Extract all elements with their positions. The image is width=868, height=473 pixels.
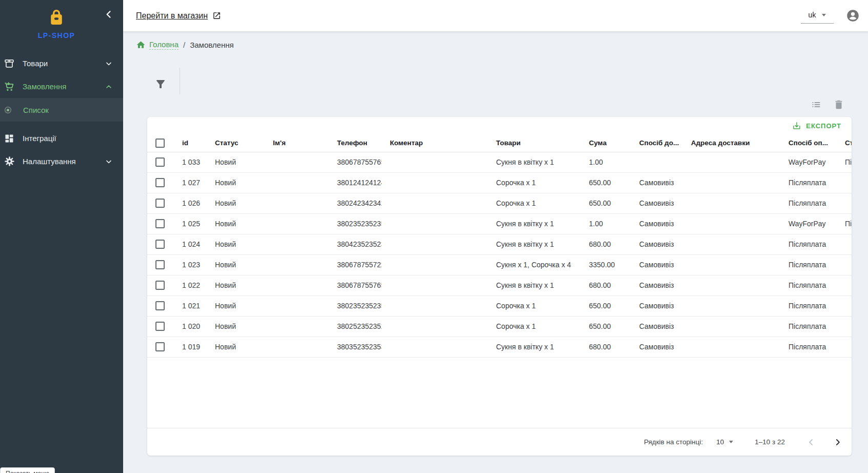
chevron-down-icon	[105, 60, 113, 68]
header-sum[interactable]: Сума	[581, 134, 631, 152]
cell-address	[683, 295, 780, 316]
header-delivery[interactable]: Спосіб до...	[631, 134, 683, 152]
header-comment[interactable]: Коментар	[382, 134, 488, 152]
table-row[interactable]: 1 024 Новий 380423523523 Сукня в квітку …	[147, 234, 852, 254]
cell-delivery: Самовивіз	[631, 295, 683, 316]
cell-status: Новий	[207, 275, 265, 295]
cell-payment: Післяплата	[780, 254, 837, 275]
header-payment[interactable]: Спосіб оп...	[780, 134, 837, 152]
cell-goods: Сорочка x 1	[488, 172, 581, 193]
cell-payment-status	[837, 316, 852, 337]
cell-payment-status	[837, 193, 852, 213]
cell-comment	[382, 295, 488, 316]
cell-id: 1 021	[174, 295, 207, 316]
cell-goods: Сорочка x 1	[488, 295, 581, 316]
table-row[interactable]: 1 020 Новий 380252352352 Сорочка x 1 650…	[147, 316, 852, 337]
cell-payment-status	[837, 337, 852, 357]
cell-goods: Сукня в квітку x 1	[488, 152, 581, 172]
cell-address	[683, 152, 780, 172]
sidebar-item-products[interactable]: Товари	[0, 52, 123, 75]
cell-id: 1 026	[174, 193, 207, 213]
integrations-grid-icon	[3, 132, 15, 145]
select-all-checkbox[interactable]	[155, 139, 165, 148]
table-row[interactable]: 1 025 Новий 380235235235 Сукня в квітку …	[147, 213, 852, 234]
next-page-button[interactable]	[831, 436, 844, 449]
row-checkbox[interactable]	[155, 199, 165, 208]
row-checkbox[interactable]	[155, 281, 165, 290]
table-row[interactable]: 1 019 Новий 380352352353 Сукня в квітку …	[147, 337, 852, 357]
cell-payment-status	[837, 234, 852, 254]
delete-button[interactable]	[833, 99, 844, 110]
cell-status: Новий	[207, 254, 265, 275]
cell-delivery: Самовивіз	[631, 213, 683, 234]
filter-button[interactable]	[154, 78, 168, 91]
table-row[interactable]: 1 021 Новий 380235235235 Сорочка x 1 650…	[147, 295, 852, 316]
cell-payment-status	[837, 295, 852, 316]
row-checkbox[interactable]	[155, 157, 165, 167]
cell-comment	[382, 337, 488, 357]
language-select[interactable]: uk	[801, 8, 834, 24]
export-row: ЕКСПОРТ	[147, 117, 852, 134]
row-checkbox[interactable]	[155, 342, 165, 351]
header-payment-status[interactable]: Ст	[837, 134, 852, 152]
row-checkbox[interactable]	[155, 260, 165, 269]
header-status[interactable]: Статус	[207, 134, 265, 152]
row-checkbox[interactable]	[155, 301, 165, 310]
columns-list-button[interactable]	[811, 99, 822, 110]
cell-sum: 3350.00	[581, 254, 631, 275]
breadcrumb-current: Замовлення	[190, 41, 233, 49]
breadcrumb-home-label: Головна	[149, 40, 179, 50]
cell-comment	[382, 316, 488, 337]
cell-phone: 380678755765	[329, 152, 382, 172]
row-checkbox[interactable]	[155, 240, 165, 249]
external-link-icon	[212, 11, 221, 20]
sidebar-item-integrations[interactable]: Інтеграції	[0, 127, 123, 150]
sidebar: LP-SHOP Товари	[0, 0, 123, 473]
select-caret-icon	[822, 14, 826, 16]
cell-id: 1 020	[174, 316, 207, 337]
cell-status: Новий	[207, 295, 265, 316]
export-label: ЕКСПОРТ	[806, 122, 841, 130]
header-goods[interactable]: Товари	[488, 134, 581, 152]
rows-per-page-select[interactable]: 10	[716, 438, 733, 446]
breadcrumb-home-link[interactable]: Головна	[136, 40, 179, 50]
user-menu-button[interactable]	[846, 9, 860, 23]
cell-name	[265, 316, 329, 337]
cell-payment-status: Пі	[837, 213, 852, 234]
export-button[interactable]: ЕКСПОРТ	[792, 121, 841, 130]
cell-phone: 380352352353	[329, 337, 382, 357]
header-address[interactable]: Адреса доставки	[683, 134, 780, 152]
app-logo: LP-SHOP	[0, 8, 113, 40]
cell-name	[265, 295, 329, 316]
cell-id: 1 019	[174, 337, 207, 357]
sidebar-item-label: Інтеграції	[23, 134, 56, 143]
cell-address	[683, 213, 780, 234]
cell-address	[683, 172, 780, 193]
table-row[interactable]: 1 027 Новий 380124124124 Сорочка x 1 650…	[147, 172, 852, 193]
pagination-range: 1–10 з 22	[755, 438, 785, 446]
table-row[interactable]: 1 022 Новий 380678755765 Сукня в квітку …	[147, 275, 852, 295]
row-checkbox[interactable]	[155, 322, 165, 331]
cell-delivery: Самовивіз	[631, 172, 683, 193]
cell-status: Новий	[207, 172, 265, 193]
header-name[interactable]: Ім'я	[265, 134, 329, 152]
table-row[interactable]: 1 033 Новий 380678755765 Сукня в квітку …	[147, 152, 852, 172]
cell-status: Новий	[207, 193, 265, 213]
cell-sum: 1.00	[581, 213, 631, 234]
sidebar-item-settings[interactable]: Налаштування	[0, 150, 123, 173]
row-checkbox[interactable]	[155, 219, 165, 228]
cell-id: 1 025	[174, 213, 207, 234]
header-id[interactable]: id	[174, 134, 207, 152]
sidebar-item-orders[interactable]: Замовлення	[0, 75, 123, 98]
cell-sum: 650.00	[581, 172, 631, 193]
go-to-store-link[interactable]: Перейти в магазин	[136, 0, 221, 31]
table-row[interactable]: 1 026 Новий 380242342342 Сорочка x 1 650…	[147, 193, 852, 213]
sidebar-subitem-orders-list[interactable]: Список	[0, 98, 123, 122]
cell-sum: 1.00	[581, 152, 631, 172]
rows-per-page-label: Рядків на сторінці:	[644, 438, 703, 446]
row-checkbox[interactable]	[155, 178, 165, 187]
header-phone[interactable]: Телефон	[329, 134, 382, 152]
cell-goods: Сукня в квітку x 1	[488, 337, 581, 357]
chevron-up-icon	[105, 83, 113, 91]
table-row[interactable]: 1 023 Новий 380678755722 Сукня x 1, Соро…	[147, 254, 852, 275]
